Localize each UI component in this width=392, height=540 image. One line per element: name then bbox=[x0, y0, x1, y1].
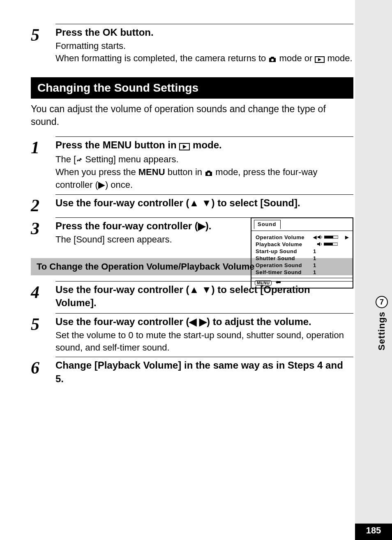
text: button in bbox=[165, 167, 205, 177]
camera-icon bbox=[205, 166, 213, 179]
svg-rect-11 bbox=[324, 243, 333, 245]
step-heading: Use the four-way controller (▲ ▼) to sel… bbox=[55, 196, 353, 210]
step-5-format: 5 Press the OK button. Formatting starts… bbox=[31, 24, 353, 65]
text: mode or bbox=[279, 53, 315, 63]
speaker-icon bbox=[317, 241, 323, 247]
row-startup-sound: Start-up Sound 1 bbox=[256, 248, 348, 254]
row-label: Self-timer Sound bbox=[256, 269, 313, 275]
row-value: 1 bbox=[313, 248, 316, 254]
svg-rect-8 bbox=[324, 236, 333, 238]
right-triangle-icon: ▶ bbox=[199, 316, 207, 327]
step-2: 2 Use the four-way controller (▲ ▼) to s… bbox=[31, 194, 353, 214]
step-body-text: Set the volume to 0 to mute the start-up… bbox=[55, 329, 353, 353]
svg-marker-4 bbox=[183, 145, 187, 149]
sound-rows: Operation Volume ◀ ▶ Playback Volume bbox=[251, 231, 353, 278]
text: button. bbox=[118, 27, 154, 38]
step-body-text: The [ Setting] menu appears. When you pr… bbox=[55, 153, 353, 191]
playback-icon bbox=[179, 139, 190, 152]
left-triangle-icon: ◀ bbox=[313, 235, 317, 240]
svg-marker-6 bbox=[318, 235, 321, 239]
volume-bar bbox=[324, 234, 338, 240]
row-label: Shutter Sound bbox=[256, 255, 313, 261]
text: Press the bbox=[55, 139, 103, 150]
text: ) to select [Sound]. bbox=[212, 197, 300, 208]
row-selftimer-sound: Self-timer Sound 1 bbox=[256, 269, 348, 275]
row-value: 1 bbox=[313, 262, 316, 268]
speaker-icon bbox=[318, 234, 323, 240]
svg-point-5 bbox=[208, 173, 210, 175]
step-heading: Press the four-way controller (▶). bbox=[55, 219, 242, 233]
row-operation-volume: Operation Volume ◀ ▶ bbox=[256, 234, 348, 240]
row-label: Operation Volume bbox=[256, 234, 313, 240]
menu-pill: MENU bbox=[255, 280, 272, 286]
text: ) once. bbox=[105, 180, 133, 190]
text: When formatting is completed, the camera… bbox=[55, 53, 268, 63]
step-6: 6 Change [Playback Volume] in the same w… bbox=[31, 357, 353, 385]
wrench-icon bbox=[76, 154, 83, 166]
text: Use the four-way controller ( bbox=[55, 284, 189, 295]
text: Press the four-way controller ( bbox=[55, 220, 198, 231]
right-triangle-icon: ▶ bbox=[198, 220, 205, 231]
step-number: 1 bbox=[31, 139, 55, 191]
step-number: 3 bbox=[31, 220, 55, 246]
row-shutter-sound: Shutter Sound 1 bbox=[256, 255, 348, 261]
ok-label: OK bbox=[103, 27, 118, 38]
section-heading: Changing the Sound Settings bbox=[31, 77, 353, 99]
row-value: 1 bbox=[313, 269, 316, 275]
step-number: 2 bbox=[31, 197, 55, 214]
text: mode. bbox=[327, 53, 353, 63]
step-3: 3 Press the four-way controller (▶). The… bbox=[31, 217, 353, 246]
right-triangle-icon: ▶ bbox=[345, 235, 349, 240]
sound-tab-label: Sound bbox=[254, 220, 281, 229]
up-triangle-icon: ▲ bbox=[189, 284, 199, 295]
svg-marker-2 bbox=[318, 58, 321, 61]
svg-marker-9 bbox=[317, 242, 320, 246]
step-heading: Press the OK button. bbox=[55, 26, 353, 39]
menu-label: MENU bbox=[138, 167, 165, 177]
row-operation-sound: Operation Sound 1 bbox=[256, 262, 348, 268]
back-arrow-icon bbox=[274, 280, 281, 286]
text: Use the four-way controller ( bbox=[55, 316, 189, 327]
step-number: 6 bbox=[31, 359, 55, 385]
step-heading: Use the four-way controller (◀ ▶) to adj… bbox=[55, 315, 353, 328]
step-number: 5 bbox=[31, 26, 55, 65]
sound-screen: Sound Operation Volume ◀ ▶ Playback Volu… bbox=[251, 217, 353, 288]
sound-bottom-bar: MENU bbox=[251, 278, 353, 288]
row-label: Start-up Sound bbox=[256, 248, 313, 254]
step-body-text: Formatting starts. When formatting is co… bbox=[55, 40, 353, 65]
step-5-volume: 5 Use the four-way controller (◀ ▶) to a… bbox=[31, 313, 353, 354]
right-triangle-icon: ▶ bbox=[98, 180, 105, 190]
volume-bar bbox=[324, 241, 338, 247]
step-1: 1 Press the MENU button in mode. The [ S… bbox=[31, 136, 353, 191]
text: ) to adjust the volume. bbox=[207, 316, 311, 327]
step-number: 4 bbox=[31, 284, 55, 310]
text: Setting] menu appears. bbox=[83, 154, 179, 164]
step-heading: Change [Playback Volume] in the same way… bbox=[55, 359, 353, 385]
down-triangle-icon: ▼ bbox=[202, 284, 212, 295]
row-playback-volume: Playback Volume bbox=[256, 241, 348, 247]
text: The [ bbox=[55, 154, 76, 164]
row-label: Playback Volume bbox=[256, 241, 313, 247]
text: Use the four-way controller ( bbox=[55, 197, 189, 208]
menu-label: MENU bbox=[103, 139, 132, 150]
down-triangle-icon: ▼ bbox=[202, 197, 212, 208]
text: button in bbox=[131, 139, 179, 150]
text: mode. bbox=[193, 139, 222, 150]
text: Formatting starts. bbox=[55, 41, 126, 51]
svg-point-0 bbox=[271, 59, 274, 61]
step-heading: Press the MENU button in mode. bbox=[55, 138, 353, 152]
up-triangle-icon: ▲ bbox=[189, 197, 199, 208]
row-label: Operation Sound bbox=[256, 262, 313, 268]
text: When you press the bbox=[55, 167, 138, 177]
sound-tab: Sound bbox=[251, 218, 353, 231]
row-value: 1 bbox=[313, 255, 316, 261]
step-number: 5 bbox=[31, 316, 55, 354]
step-body-text: The [Sound] screen appears. bbox=[55, 233, 242, 246]
intro-text: You can adjust the volume of operation s… bbox=[31, 103, 353, 128]
left-triangle-icon: ◀ bbox=[189, 316, 196, 327]
playback-icon bbox=[315, 53, 325, 65]
text: ). bbox=[205, 220, 212, 231]
text: Press the bbox=[55, 27, 103, 38]
camera-icon bbox=[268, 53, 277, 65]
